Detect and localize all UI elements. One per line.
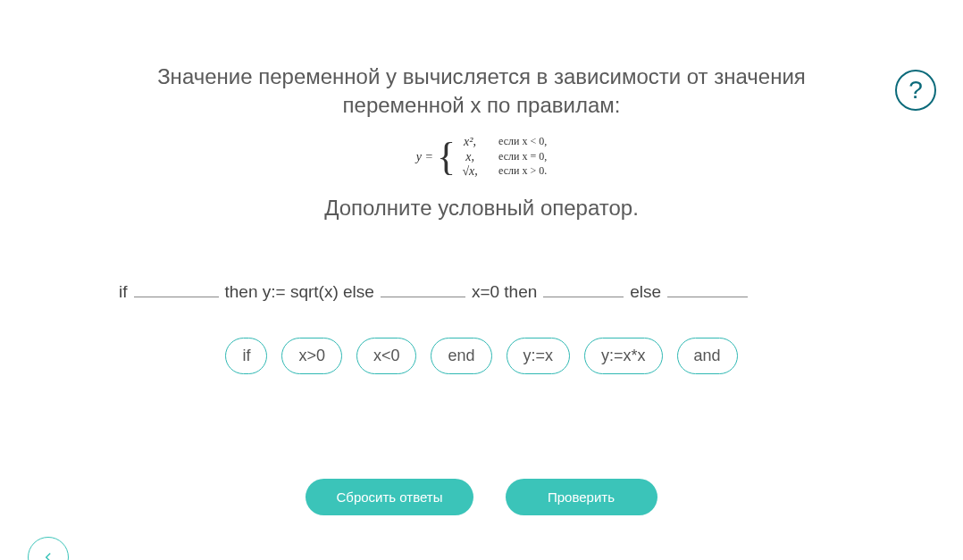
reset-button[interactable]: Сбросить ответы [306,479,473,515]
brace-icon: { [437,139,456,175]
option-chip[interactable]: y:=x [507,338,571,374]
formula-prefix: y = [416,150,433,164]
question-title-line2: переменной x по правилам: [343,93,621,117]
instruction: Дополните условный оператор. [115,196,848,221]
option-chip[interactable]: x<0 [356,338,417,374]
fill-text-3: x=0 then [472,282,537,302]
option-chip[interactable]: if [225,338,267,374]
fill-text-4: else [630,282,661,302]
fill-text-1: if [119,282,128,302]
option-chip[interactable]: y:=x*x [584,338,663,374]
check-button[interactable]: Проверить [506,479,657,515]
case1-expr: x², [457,135,482,150]
fill-in-row: if then y:= sqrt(x) else x=0 then else [115,272,848,302]
action-buttons: Сбросить ответы Проверить [0,479,963,515]
case2-expr: x, [457,150,482,165]
question-title-line1: Значение переменной y вычисляется в зави… [157,64,806,88]
question-container: Значение переменной y вычисляется в зави… [115,0,848,374]
fill-text-2: then y:= sqrt(x) else [225,282,374,302]
blank-1[interactable] [134,272,219,297]
blank-3[interactable] [543,272,624,297]
help-button[interactable]: ? [895,70,936,111]
blank-4[interactable] [667,272,748,297]
question-title: Значение переменной y вычисляется в зави… [115,63,848,121]
blank-2[interactable] [381,272,465,297]
case2-cond: если x = 0, [498,150,547,165]
option-chip[interactable]: and [677,338,738,374]
formula-cases: x², если x < 0, x, если x = 0, √x, если … [457,135,547,180]
back-button[interactable] [28,537,69,560]
chevron-left-icon [40,549,56,560]
option-chip[interactable]: x>0 [281,338,342,374]
case3-cond: если x > 0. [498,164,547,180]
case3-expr: √x, [457,164,482,180]
options-row: if x>0 x<0 end y:=x y:=x*x and [115,338,848,374]
formula: y = { x², если x < 0, x, если x = 0, √x,… [416,135,547,180]
help-icon: ? [909,76,923,104]
case1-cond: если x < 0, [498,135,547,150]
option-chip[interactable]: end [431,338,491,374]
